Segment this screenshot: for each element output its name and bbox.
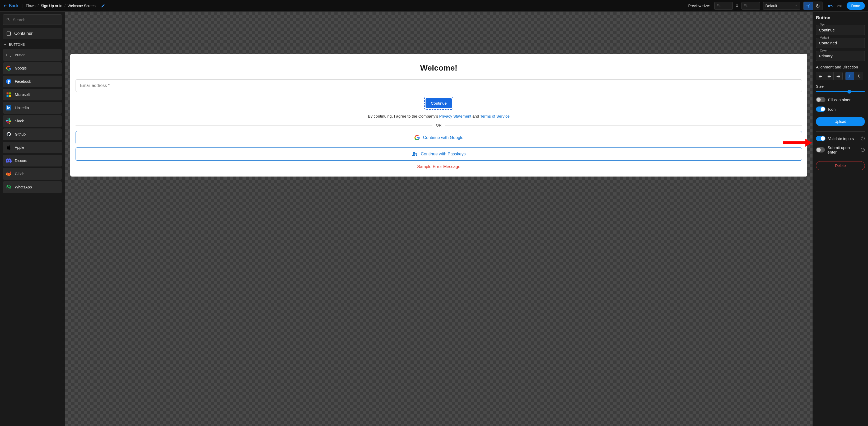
continue-button[interactable]: Continue [426, 98, 452, 108]
color-value: Primary [819, 54, 862, 58]
align-right-button[interactable] [834, 72, 842, 80]
canvas[interactable]: Welcome! Email address * Continue By con… [65, 12, 812, 426]
align-center-button[interactable] [825, 72, 834, 80]
upload-button[interactable]: Upload [816, 117, 865, 126]
palette-item-label: WhatsApp [15, 185, 32, 189]
palette-item-facebook[interactable]: Facebook [3, 75, 62, 87]
container-label: Container [14, 31, 32, 36]
ltr-icon [848, 74, 852, 78]
direction-rtl-button[interactable] [854, 72, 863, 80]
buttons-section-label: BUTTONS [9, 43, 25, 47]
sun-icon [806, 3, 811, 8]
privacy-link[interactable]: Privacy Statement [439, 114, 471, 118]
undo-button[interactable] [828, 3, 833, 8]
preview-size-label: Preview size: [688, 4, 710, 8]
size-slider[interactable] [816, 91, 865, 92]
palette-item-label: Google [15, 66, 27, 70]
palette-item-whatsapp[interactable]: WhatsApp [3, 181, 62, 193]
error-message: Sample Error Message [75, 164, 802, 169]
submit-enter-toggle[interactable] [816, 147, 825, 152]
redo-button[interactable] [837, 3, 842, 8]
submit-enter-row: Submit upon enter [816, 145, 865, 154]
chevron-down-icon [3, 43, 7, 47]
text-field[interactable]: Text Continue [816, 25, 865, 35]
direction-ltr-button[interactable] [845, 72, 854, 80]
palette-item-apple[interactable]: Apple [3, 142, 62, 153]
tos-link[interactable]: Terms of Service [480, 114, 509, 118]
breadcrumbs: Flows / Sign Up or In / Welcome Screen [26, 4, 96, 8]
done-button[interactable]: Done [847, 2, 865, 10]
fill-container-toggle[interactable] [816, 97, 826, 102]
edit-icon[interactable] [101, 4, 105, 8]
back-button[interactable]: Back [3, 3, 19, 8]
search-input[interactable] [13, 18, 59, 22]
palette-item-label: Facebook [15, 79, 31, 84]
palette-item-label: Apple [15, 145, 24, 150]
container-icon [6, 31, 11, 36]
svg-rect-7 [9, 95, 11, 97]
breadcrumb-welcome[interactable]: Welcome Screen [68, 4, 96, 8]
welcome-screen-card[interactable]: Welcome! Email address * Continue By con… [70, 54, 807, 177]
breadcrumb-signup[interactable]: Sign Up or In [41, 4, 62, 8]
continue-passkeys-button[interactable]: Continue with Passkeys [75, 148, 802, 161]
continue-google-button[interactable]: Continue with Google [75, 131, 802, 144]
theme-light-button[interactable] [804, 2, 813, 10]
palette-item-label: Button [15, 53, 25, 57]
color-field[interactable]: Color Primary [816, 51, 865, 61]
palette-item-linkedin[interactable]: LinkedIn [3, 102, 62, 114]
search-box[interactable] [3, 14, 62, 25]
align-left-button[interactable] [816, 72, 825, 80]
inspector-title: Button [816, 15, 865, 21]
theme-dark-button[interactable] [813, 2, 823, 10]
variant-value: Contained [819, 41, 862, 45]
palette-item-discord[interactable]: Discord [3, 155, 62, 166]
palette-item-google[interactable]: Google [3, 62, 62, 74]
palette-item-button[interactable]: Button [3, 49, 62, 61]
redo-icon [837, 3, 842, 8]
palette-item-slack[interactable]: Slack [3, 115, 62, 127]
undo-icon [828, 3, 833, 8]
x-separator: X [736, 4, 738, 8]
facebook-icon [6, 79, 11, 84]
container-item[interactable]: Container [3, 28, 62, 39]
email-input[interactable]: Email address * [75, 79, 802, 92]
svg-rect-5 [9, 92, 11, 95]
help-icon[interactable] [861, 136, 865, 141]
align-center-icon [827, 74, 831, 78]
theme-toggle [803, 2, 823, 10]
palette-item-label: Microsoft [15, 92, 30, 97]
preview-height-input[interactable] [741, 2, 760, 10]
slack-icon [6, 118, 11, 124]
validate-inputs-toggle[interactable] [816, 136, 826, 141]
style-value: Default [766, 4, 777, 8]
left-panel: Container BUTTONS Button Google Facebook… [0, 12, 65, 426]
back-label: Back [9, 3, 19, 8]
github-icon [6, 131, 11, 137]
submit-enter-label: Submit upon enter [828, 145, 858, 154]
variant-field[interactable]: Variant Contained [816, 38, 865, 48]
passkey-icon [412, 151, 417, 157]
palette-item-gitlab[interactable]: Gitlab [3, 168, 62, 180]
svg-rect-6 [7, 95, 9, 97]
alignment-header: Alignment and Direction [816, 65, 865, 69]
icon-label: Icon [828, 107, 836, 112]
preview-width-input[interactable] [714, 2, 733, 10]
buttons-section-header[interactable]: BUTTONS [3, 43, 62, 47]
svg-point-11 [415, 153, 417, 155]
palette-item-label: Github [15, 132, 26, 136]
palette-item-github[interactable]: Github [3, 128, 62, 140]
delete-button[interactable]: Delete [816, 161, 865, 170]
help-icon[interactable] [861, 148, 865, 152]
icon-toggle[interactable] [816, 106, 826, 112]
button-icon [6, 52, 11, 58]
linkedin-icon [6, 105, 11, 111]
palette-item-microsoft[interactable]: Microsoft [3, 89, 62, 100]
selected-element-outline[interactable]: Continue [424, 97, 453, 110]
breadcrumb-flows[interactable]: Flows [26, 4, 36, 8]
style-select[interactable]: Default [763, 2, 800, 10]
text-label: Text [819, 23, 826, 26]
or-label: OR [436, 123, 442, 127]
svg-point-10 [413, 152, 415, 154]
apple-icon [6, 145, 11, 150]
separator: | [22, 3, 23, 8]
